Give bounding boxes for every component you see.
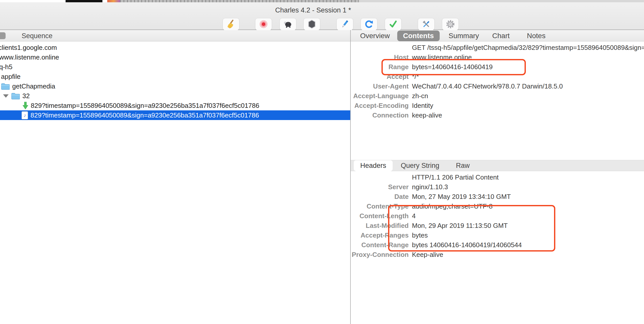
request-first-line: GET /tssq-h5/appfile/getChapmedia/32/829… <box>412 44 644 52</box>
header-row: Accept-Language zh-cn <box>351 91 644 101</box>
header-value: audio/mpeg;charset=UTF-8 <box>412 202 493 210</box>
tree-row-path[interactable]: q-h5 <box>0 62 350 72</box>
background-app-fragment <box>107 0 120 2</box>
header-row: Content-Length 4 <box>351 211 644 221</box>
header-label: Last-Modified <box>351 222 409 230</box>
header-row: Range bytes=14060416-14060419 <box>351 62 644 72</box>
checkmark-icon <box>389 20 398 29</box>
tab-notes[interactable]: Notes <box>527 32 545 40</box>
record-button[interactable] <box>255 18 272 30</box>
record-icon <box>259 20 268 29</box>
header-value: 4 <box>412 212 416 220</box>
audio-file-icon: ♪ <box>22 111 28 119</box>
tab-summary[interactable]: Summary <box>449 32 479 40</box>
header-row: Accept */* <box>351 72 644 81</box>
tools-button[interactable] <box>418 18 435 30</box>
tree-item-label: 829?timestamp=1558964050089&sign=a9230e2… <box>31 102 259 110</box>
header-label: Server <box>351 183 409 191</box>
tree-row-folder[interactable]: getChapmedia <box>0 81 350 91</box>
tree-row-request-selected[interactable]: ♪ 829?timestamp=1558964050089&sign=a9230… <box>0 110 350 120</box>
background-app-fragment <box>359 0 644 2</box>
header-value: www.listenme.online <box>412 53 472 61</box>
request-headers-pane: GET /tssq-h5/appfile/getChapmedia/32/829… <box>351 42 644 160</box>
download-arrow-icon <box>22 102 28 109</box>
header-value: zh-cn <box>412 92 428 100</box>
header-label: Accept-Encoding <box>351 102 409 110</box>
tree-row-host[interactable]: www.listenme.online <box>0 52 350 62</box>
header-row: Server nginx/1.10.3 <box>351 182 644 192</box>
background-app-fragment <box>66 0 102 2</box>
header-row: User-Agent WeChat/7.0.4.40 CFNetwork/978… <box>351 81 644 91</box>
header-value: bytes=14060416-14060419 <box>412 63 493 71</box>
header-label: Range <box>351 63 409 71</box>
folder-icon <box>11 93 20 99</box>
header-value: nginx/1.10.3 <box>412 183 448 191</box>
header-row: Last-Modified Mon, 29 Apr 2019 11:13:50 … <box>351 221 644 230</box>
header-label: Connection <box>351 111 409 119</box>
compose-button[interactable] <box>336 18 353 30</box>
header-row: Content-Type audio/mpeg;charset=UTF-8 <box>351 201 644 211</box>
header-label: Date <box>351 193 409 201</box>
subtab-query-string[interactable]: Query String <box>401 160 439 171</box>
validate-button[interactable] <box>385 18 402 30</box>
header-label: Accept-Language <box>351 92 409 100</box>
header-row: Accept-Encoding Identity <box>351 101 644 110</box>
tab-chart[interactable]: Chart <box>492 32 510 40</box>
repeat-button[interactable] <box>361 18 377 30</box>
header-value: bytes <box>412 231 428 239</box>
response-headers-pane: HTTP/1.1 206 Partial Content Server ngin… <box>351 171 644 324</box>
header-value: keep-alive <box>412 111 442 119</box>
subtab-raw[interactable]: Raw <box>456 160 470 171</box>
hexagon-icon <box>308 20 316 29</box>
window-title: Charles 4.2 - Session 1 * <box>275 6 351 14</box>
settings-button[interactable] <box>442 18 459 30</box>
header-value: WeChat/7.0.4.40 CFNetwork/978.0.7 Darwin… <box>412 82 563 90</box>
throttle-button[interactable] <box>280 18 296 30</box>
header-value: */* <box>412 73 419 81</box>
header-row: Host www.listenme.online <box>351 52 644 62</box>
header-label: Host <box>351 53 409 61</box>
tools-icon <box>422 20 431 29</box>
tree-row-host[interactable]: clients1.google.com <box>0 43 350 52</box>
header-row: Connection keep-alive <box>351 110 644 120</box>
response-sub-tab-bar: Headers Query String Raw <box>351 160 644 171</box>
request-line-row: GET /tssq-h5/appfile/getChapmedia/32/829… <box>351 43 644 52</box>
clear-session-button[interactable] <box>223 18 239 30</box>
header-label: Accept-Ranges <box>351 231 409 239</box>
tree-item-label: appfile <box>1 73 21 81</box>
tab-contents[interactable]: Contents <box>397 31 440 41</box>
pen-icon <box>340 20 349 29</box>
tree-item-label: clients1.google.com <box>0 44 57 52</box>
tree-row-folder-expanded[interactable]: 32 <box>0 91 350 101</box>
sequence-tree: clients1.google.com www.listenme.online … <box>0 42 350 324</box>
gear-icon <box>446 19 455 29</box>
tree-row-path[interactable]: appfile <box>0 72 350 81</box>
header-label: Content-Length <box>351 212 409 220</box>
tree-item-label: 32 <box>22 92 30 100</box>
header-label: Proxy-Connection <box>351 251 409 259</box>
header-label: User-Agent <box>351 82 409 90</box>
content-tab-bar: Overview Contents Summary Chart Notes <box>360 30 545 41</box>
header-label: Content-Type <box>351 202 409 210</box>
tree-item-label: getChapmedia <box>12 82 55 90</box>
header-row: Date Mon, 27 May 2019 13:34:10 GMT <box>351 192 644 201</box>
chevron-down-icon[interactable] <box>3 94 9 98</box>
tab-overview[interactable]: Overview <box>360 32 390 40</box>
subtab-headers[interactable]: Headers <box>354 160 393 171</box>
header-value: Identity <box>412 102 433 110</box>
header-value: Mon, 29 Apr 2019 11:13:50 GMT <box>412 222 508 230</box>
status-line-row: HTTP/1.1 206 Partial Content <box>351 172 644 182</box>
background-app-fragment <box>120 0 359 2</box>
turtle-icon <box>283 20 293 29</box>
window-chrome: Charles 4.2 - Session 1 * <box>0 2 644 30</box>
desktop-background-strip <box>0 0 644 2</box>
header-row: Proxy-Connection Keep-alive <box>351 250 644 259</box>
tree-row-request[interactable]: 829?timestamp=1558964050089&sign=a9230e2… <box>0 101 350 110</box>
header-row: Content-Range bytes 14060416-14060419/14… <box>351 240 644 250</box>
refresh-icon <box>364 20 374 29</box>
tree-item-label: 829?timestamp=1558964050089&sign=a9230e2… <box>30 111 259 119</box>
response-status-line: HTTP/1.1 206 Partial Content <box>412 173 499 181</box>
scroll-thumb[interactable] <box>0 32 6 39</box>
breakpoints-button[interactable] <box>303 18 320 30</box>
header-row: Accept-Ranges bytes <box>351 230 644 240</box>
